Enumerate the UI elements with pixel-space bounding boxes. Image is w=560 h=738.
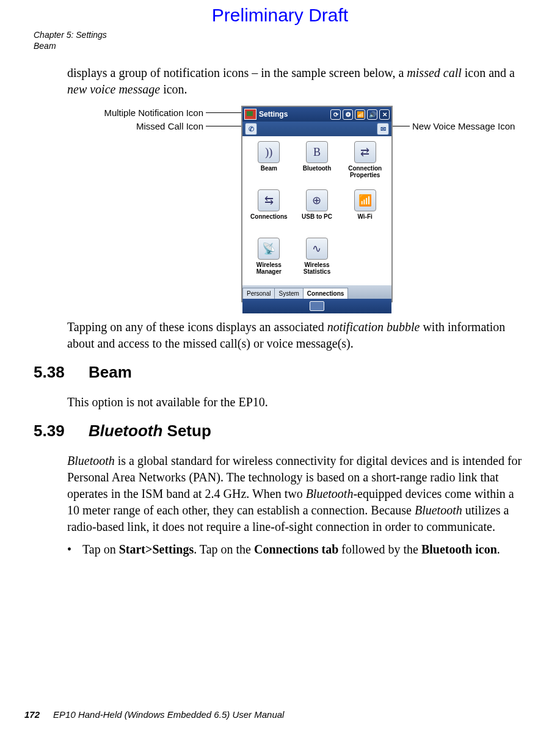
missed-call-icon: ✆ xyxy=(245,123,257,135)
callout-missed-call: Missed Call Icon xyxy=(124,121,203,131)
header-chapter: Chapter 5: Settings xyxy=(34,29,526,40)
phone-title: Settings xyxy=(259,110,330,119)
settings-item-label: Wireless Statistics xyxy=(295,261,339,275)
signal-icon: 📶 xyxy=(355,109,365,120)
after-figure-paragraph: Tapping on any of these icons displays a… xyxy=(67,319,526,352)
intro-paragraph: displays a group of notification icons –… xyxy=(67,65,526,98)
settings-item: 📶Wi-Fi xyxy=(341,187,389,235)
phone-nav-bar xyxy=(242,299,391,313)
status-icon: ❂ xyxy=(343,109,353,120)
beam-body: This option is not available for the EP1… xyxy=(67,394,526,411)
settings-item: ⊕USB to PC xyxy=(293,187,341,235)
new-voice-message-icon: ✉ xyxy=(377,123,389,135)
settings-item: ∿Wireless Statistics xyxy=(293,235,341,283)
section-heading-beam: 5.38Beam xyxy=(34,363,526,382)
callout-line xyxy=(206,112,241,113)
callout-line xyxy=(206,126,244,126)
preliminary-draft-watermark: Preliminary Draft xyxy=(34,0,526,29)
close-icon: ✕ xyxy=(379,109,390,120)
phone-screenshot: Settings ⟳ ❂ 📶 🔊 ✕ ✆ ✉ ))BeamBBluetooth⇄… xyxy=(241,106,393,302)
bluetooth-paragraph: Bluetooth is a global standard for wirel… xyxy=(67,453,526,535)
windows-flag-icon xyxy=(244,109,256,120)
callout-new-voice: New Voice Message Icon xyxy=(412,121,515,131)
settings-item-label: Connection Properties xyxy=(343,165,387,178)
settings-item: ))Beam xyxy=(245,139,293,187)
header-section: Beam xyxy=(34,40,526,51)
footer-text: EP10 Hand-Held (Windows Embedded 6.5) Us… xyxy=(53,709,284,720)
settings-item-label: Beam xyxy=(261,165,277,172)
phone-tab: Personal xyxy=(242,288,275,299)
phone-tab: System xyxy=(274,288,303,299)
bullet-icon: • xyxy=(67,541,82,558)
phone-settings-grid: ))BeamBBluetooth⇄Connection Properties⇆C… xyxy=(242,136,391,285)
page-header: Chapter 5: Settings Beam xyxy=(34,29,526,51)
settings-item-icon: 📡 xyxy=(258,238,280,260)
settings-item: BBluetooth xyxy=(293,139,341,187)
settings-item-label: Wireless Manager xyxy=(247,261,291,275)
settings-item-icon: ⇆ xyxy=(258,189,280,211)
settings-item-icon: 📶 xyxy=(354,189,376,211)
settings-item-label: Bluetooth xyxy=(303,165,332,172)
section-heading-bluetooth: 5.39Bluetooth Setup xyxy=(34,422,526,440)
settings-item: ⇆Connections xyxy=(245,187,293,235)
keyboard-icon xyxy=(310,301,324,311)
settings-item-icon: ⇄ xyxy=(354,141,376,163)
phone-tab: Connections xyxy=(303,288,349,299)
settings-item-icon: B xyxy=(306,141,328,163)
phone-notification-bar: ✆ ✉ xyxy=(242,122,391,136)
settings-item-icon: ∿ xyxy=(306,238,328,260)
notification-figure: Multiple Notification Icon Missed Call I… xyxy=(34,104,526,307)
page-number: 172 xyxy=(24,709,40,720)
callout-multiple-notification: Multiple Notification Icon xyxy=(78,108,203,118)
volume-icon: 🔊 xyxy=(367,109,377,120)
page-footer: 172EP10 Hand-Held (Windows Embedded 6.5)… xyxy=(24,709,284,720)
status-icon: ⟳ xyxy=(330,109,341,120)
settings-item: 📡Wireless Manager xyxy=(245,235,293,283)
settings-item-icon: )) xyxy=(258,141,280,163)
settings-item: ⇄Connection Properties xyxy=(341,139,389,187)
settings-item-label: Connections xyxy=(250,213,288,220)
settings-item-label: USB to PC xyxy=(302,213,332,220)
phone-tab-bar: PersonalSystemConnections xyxy=(242,285,391,299)
settings-item-label: Wi-Fi xyxy=(357,213,372,220)
phone-titlebar: Settings ⟳ ❂ 📶 🔊 ✕ xyxy=(242,107,391,122)
bluetooth-instruction-bullet: • Tap on Start>Settings. Tap on the Conn… xyxy=(67,541,526,558)
settings-item-icon: ⊕ xyxy=(306,189,328,211)
